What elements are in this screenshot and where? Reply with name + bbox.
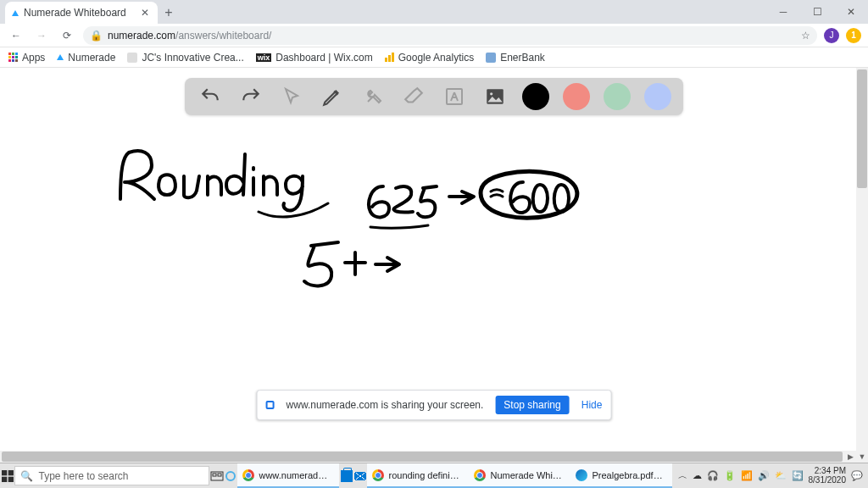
bookmark-label: Numerade <box>68 52 115 64</box>
taskbar-clock[interactable]: 2:34 PM 8/31/2020 <box>809 467 847 485</box>
new-tab-button[interactable]: + <box>158 2 180 24</box>
undo-button[interactable] <box>197 83 224 110</box>
vertical-scrollbar[interactable]: ▲ ▼ <box>856 68 868 463</box>
scroll-down-icon[interactable]: ▼ <box>856 451 868 463</box>
taskbar-item-whiteboard[interactable]: Numerade White... <box>469 463 570 488</box>
svg-rect-4 <box>8 470 13 475</box>
task-view-button[interactable] <box>209 463 224 488</box>
taskbar-label: www.numerade.c... <box>259 470 331 480</box>
tray-battery-icon[interactable]: 🔋 <box>724 470 736 481</box>
cortana-icon <box>225 471 236 481</box>
bookmark-label: Google Analytics <box>398 52 474 64</box>
bookmark-jc[interactable]: JC's Innovative Crea... <box>127 52 243 64</box>
bookmark-numerade[interactable]: Numerade <box>57 52 115 64</box>
tray-cloud-icon[interactable]: ⛅ <box>775 470 787 481</box>
eraser-tool-button[interactable] <box>400 83 427 110</box>
bookmark-star-icon[interactable]: ☆ <box>801 30 810 42</box>
vertical-scroll-thumb[interactable] <box>857 69 867 188</box>
bookmark-label: EnerBank <box>500 52 545 64</box>
taskbar-label: rounding definiti... <box>388 470 461 480</box>
tray-sync-icon[interactable]: 🔄 <box>792 470 804 481</box>
clock-time: 2:34 PM <box>815 467 846 476</box>
bookmark-enerbank[interactable]: EnerBank <box>486 52 545 64</box>
tab-title: Numerade Whiteboard <box>24 7 136 19</box>
profile-avatar[interactable]: J <box>824 28 839 43</box>
bookmark-label: JC's Innovative Crea... <box>142 52 243 64</box>
update-badge[interactable]: 1 <box>846 28 861 43</box>
tray-chevron-icon[interactable]: ︿ <box>678 469 687 482</box>
image-tool-button[interactable] <box>481 83 509 110</box>
undo-icon <box>199 86 221 108</box>
apps-shortcut[interactable]: Apps <box>8 52 45 64</box>
tab-close-icon[interactable]: ✕ <box>141 7 149 19</box>
notifications-icon[interactable]: 💬 <box>851 470 863 481</box>
window-maximize-button[interactable]: ☐ <box>800 0 834 24</box>
taskbar-label: Numerade White... <box>490 470 563 480</box>
analytics-icon <box>385 53 394 62</box>
eraser-icon <box>403 86 425 108</box>
window-controls: ─ ☐ ✕ <box>766 0 868 24</box>
image-icon <box>484 86 506 108</box>
pen-icon <box>321 86 343 108</box>
taskbar-search[interactable]: 🔍 Type here to search <box>14 466 209 485</box>
window-minimize-button[interactable]: ─ <box>766 0 800 24</box>
bookmark-wix[interactable]: wix Dashboard | Wix.com <box>256 52 373 64</box>
bookmark-ga[interactable]: Google Analytics <box>385 52 474 64</box>
scroll-right-icon[interactable]: ▶ <box>844 451 856 463</box>
tray-headset-icon[interactable]: 🎧 <box>707 470 719 481</box>
browser-tab-active[interactable]: Numerade Whiteboard ✕ <box>5 2 158 24</box>
text-icon <box>444 86 465 107</box>
window-close-button[interactable]: ✕ <box>834 0 868 24</box>
taskbar-item-rounding[interactable]: rounding definiti... <box>367 463 469 488</box>
cortana-button[interactable] <box>224 463 238 488</box>
mail-icon <box>354 472 366 480</box>
whiteboard-page[interactable]: www.numerade.com is sharing your screen.… <box>0 68 868 463</box>
color-swatch-black[interactable] <box>522 83 549 110</box>
svg-rect-9 <box>218 474 221 476</box>
horizontal-scroll-thumb[interactable] <box>2 452 843 462</box>
tray-wifi-icon[interactable]: 📶 <box>741 470 753 481</box>
search-placeholder: Type here to search <box>38 470 128 482</box>
reload-button[interactable]: ⟳ <box>58 26 76 45</box>
system-tray: ︿ ☁ 🎧 🔋 📶 🔊 ⛅ 🔄 2:34 PM 8/31/2020 💬 <box>673 463 869 488</box>
color-swatch-red[interactable] <box>563 83 590 110</box>
browser-nav-row: ← → ⟳ 🔒 numerade.com/answers/whiteboard/… <box>0 24 868 47</box>
bookmark-label: Dashboard | Wix.com <box>275 52 373 64</box>
windows-logo-icon <box>2 470 14 482</box>
windows-taskbar: 🔍 Type here to search www.numerade.c... … <box>0 463 868 488</box>
start-button[interactable] <box>0 463 14 488</box>
lock-icon: 🔒 <box>90 30 103 42</box>
svg-rect-8 <box>213 474 216 476</box>
horizontal-scrollbar[interactable]: ◀ ▶ <box>0 451 856 463</box>
taskbar-item-numerade-site[interactable]: www.numerade.c... <box>237 463 339 488</box>
hide-banner-button[interactable]: Hide <box>581 399 603 411</box>
wrench-icon <box>363 86 383 107</box>
pen-tool-button[interactable] <box>319 83 346 110</box>
browser-titlebar: Numerade Whiteboard ✕ + ─ ☐ ✕ <box>0 0 868 24</box>
enerbank-icon <box>486 53 496 63</box>
redo-icon <box>240 86 262 108</box>
screenshare-banner: www.numerade.com is sharing your screen.… <box>257 390 612 420</box>
clock-date: 8/31/2020 <box>809 476 847 485</box>
svg-point-2 <box>490 92 492 95</box>
redo-button[interactable] <box>237 83 264 110</box>
bookmarks-bar: Apps Numerade JC's Innovative Crea... wi… <box>0 47 868 68</box>
svg-rect-6 <box>8 476 13 481</box>
tray-onedrive-icon[interactable]: ☁ <box>693 470 702 481</box>
back-button[interactable]: ← <box>7 26 25 45</box>
stop-sharing-button[interactable]: Stop sharing <box>495 396 569 414</box>
tray-volume-icon[interactable]: 🔊 <box>758 470 770 481</box>
address-bar[interactable]: 🔒 numerade.com/answers/whiteboard/ ☆ <box>83 26 817 45</box>
taskbar-mail[interactable] <box>353 463 368 488</box>
color-swatch-blue[interactable] <box>644 83 671 110</box>
numerade-icon <box>57 54 64 60</box>
color-swatch-green[interactable] <box>604 83 631 110</box>
taskbar-store[interactable] <box>339 463 353 488</box>
tools-button[interactable] <box>359 83 387 110</box>
text-tool-button[interactable] <box>441 83 468 110</box>
url-text: numerade.com/answers/whiteboard/ <box>108 30 271 42</box>
generic-favicon-icon <box>127 53 137 63</box>
select-tool-button[interactable] <box>278 83 305 110</box>
url-path: /answers/whiteboard/ <box>175 30 271 42</box>
taskbar-item-prealgebra[interactable]: Prealgebra.pdf - ... <box>570 463 672 488</box>
